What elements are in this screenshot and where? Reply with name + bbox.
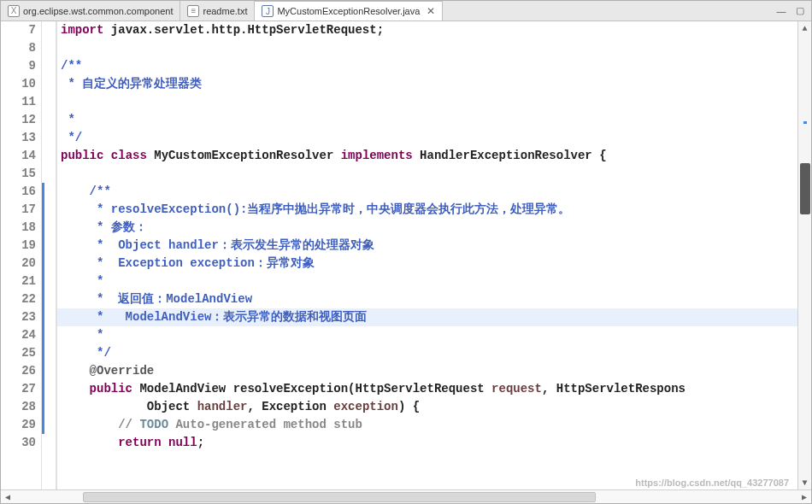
line-number: 14 xyxy=(1,147,41,165)
xml-file-icon: X xyxy=(8,5,20,17)
code-line[interactable]: * resolveException():当程序中抛出异常时，中央调度器会执行此… xyxy=(57,201,797,219)
line-number: 22 xyxy=(1,290,41,308)
javadoc-text: * xyxy=(61,274,103,288)
line-number: 11 xyxy=(1,93,41,111)
code-line[interactable]: @Override xyxy=(57,362,797,380)
editor-tab[interactable]: JMyCustomExceptionResolver.java✕ xyxy=(255,1,443,21)
change-bar xyxy=(42,290,44,308)
code-line[interactable]: * Exception exception：异常对象 xyxy=(57,255,797,273)
line-number: 18 xyxy=(1,219,41,237)
change-bar xyxy=(42,398,44,416)
overview-mark xyxy=(803,121,807,124)
maximize-button[interactable]: ▢ xyxy=(792,3,808,19)
change-bar xyxy=(42,273,44,290)
parameter-name: handler xyxy=(197,400,248,413)
code-text: , HttpServletRespons xyxy=(542,382,685,396)
parameter-name: exception xyxy=(333,400,398,413)
change-bar xyxy=(42,183,44,201)
code-text xyxy=(162,436,168,449)
line-number: 15 xyxy=(1,165,41,183)
code-text: ; xyxy=(197,436,204,449)
code-line[interactable] xyxy=(57,93,797,111)
code-line[interactable]: * 自定义的异常处理器类 xyxy=(57,75,797,93)
java-file-icon: J xyxy=(262,5,274,17)
line-number: 27 xyxy=(1,380,41,398)
code-line[interactable]: * ModelAndView：表示异常的数据和视图页面 xyxy=(57,308,797,326)
change-bar xyxy=(42,255,44,273)
code-line[interactable]: * xyxy=(57,273,797,290)
javadoc-text: * 返回值：ModelAndView xyxy=(61,292,252,306)
code-line[interactable]: // TODO Auto-generated method stub xyxy=(57,416,797,434)
code-line[interactable]: import javax.servlet.http.HttpServletReq… xyxy=(57,21,797,39)
code-line[interactable]: */ xyxy=(57,129,797,147)
horizontal-scroll-thumb[interactable] xyxy=(83,492,596,502)
javadoc-text: * resolveException():当程序中抛出异常时，中央调度器会执行此… xyxy=(61,202,570,216)
change-bar xyxy=(42,344,44,362)
vertical-scroll-thumb[interactable] xyxy=(800,163,810,214)
line-number: 9 xyxy=(1,57,41,75)
editor-tab[interactable]: ≡readme.txt xyxy=(180,1,255,21)
code-line[interactable]: */ xyxy=(57,344,797,362)
code-line[interactable]: * xyxy=(57,111,797,129)
code-line[interactable]: /** xyxy=(57,57,797,75)
vertical-scrollbar[interactable]: ▲ ▼ xyxy=(797,21,811,489)
keyword: class xyxy=(111,149,147,162)
close-tab-icon[interactable]: ✕ xyxy=(427,5,435,17)
horizontal-scrollbar[interactable]: ◀ ▶ xyxy=(1,489,811,503)
code-text: ModelAndView resolveException(HttpServle… xyxy=(132,382,491,396)
minimize-button[interactable]: — xyxy=(774,3,789,19)
code-text: ) { xyxy=(398,400,420,413)
code-line[interactable]: /** xyxy=(57,183,797,201)
line-number: 29 xyxy=(1,416,41,434)
code-line[interactable]: public ModelAndView resolveException(Htt… xyxy=(57,380,797,398)
editor-tab[interactable]: Xorg.eclipse.wst.common.component xyxy=(1,1,180,21)
code-line[interactable] xyxy=(57,39,797,57)
scroll-left-arrow-icon[interactable]: ◀ xyxy=(1,490,15,504)
editor-tabbar: Xorg.eclipse.wst.common.component≡readme… xyxy=(1,1,811,21)
scroll-down-arrow-icon[interactable]: ▼ xyxy=(798,476,812,489)
change-bar xyxy=(42,362,44,380)
scroll-up-arrow-icon[interactable]: ▲ xyxy=(798,21,812,35)
line-number: 19 xyxy=(1,237,41,255)
javadoc-text: */ xyxy=(61,131,82,144)
comment-text: Auto-generated method stub xyxy=(168,418,362,431)
keyword: import xyxy=(61,23,103,37)
javadoc-text: /** xyxy=(61,59,82,73)
code-line[interactable]: * 返回值：ModelAndView xyxy=(57,290,797,308)
annotation: @Override xyxy=(90,364,155,378)
code-line[interactable]: * 参数： xyxy=(57,219,797,237)
keyword: null xyxy=(168,436,197,449)
javadoc-text: * xyxy=(61,328,103,342)
javadoc-text: */ xyxy=(61,346,111,360)
code-line[interactable]: return null; xyxy=(57,434,797,452)
line-number-gutter: 7891011121314151617181920212223242526272… xyxy=(1,21,42,489)
change-bar xyxy=(42,219,44,237)
watermark-text: https://blog.csdn.net/qq_43277087 xyxy=(635,478,789,488)
change-bar xyxy=(42,201,44,219)
code-line[interactable]: Object handler, Exception exception) { xyxy=(57,398,797,416)
editor-area: 7891011121314151617181920212223242526272… xyxy=(1,21,811,489)
code-line[interactable]: * Object handler：表示发生异常的处理器对象 xyxy=(57,237,797,255)
line-number: 30 xyxy=(1,434,41,452)
line-number: 20 xyxy=(1,255,41,273)
line-number: 8 xyxy=(1,39,41,57)
keyword: public xyxy=(90,382,132,396)
code-text: javax.servlet.http.HttpServletRequest; xyxy=(103,23,384,37)
code-line[interactable] xyxy=(57,165,797,183)
code-text: MyCustomExceptionResolver xyxy=(147,149,341,162)
javadoc-text: * xyxy=(61,113,75,126)
change-bar xyxy=(42,416,44,434)
keyword: public xyxy=(61,149,103,162)
scroll-right-arrow-icon[interactable]: ▶ xyxy=(797,490,811,504)
line-number: 25 xyxy=(1,344,41,362)
code-text: Object xyxy=(147,400,197,413)
code-line[interactable]: public class MyCustomExceptionResolver i… xyxy=(57,147,797,165)
tab-label: readme.txt xyxy=(203,6,247,16)
code-editor[interactable]: import javax.servlet.http.HttpServletReq… xyxy=(57,21,797,489)
line-number: 21 xyxy=(1,273,41,290)
line-number: 23 xyxy=(1,308,41,326)
parameter-name: request xyxy=(491,382,542,396)
line-number: 28 xyxy=(1,398,41,416)
comment-text: // xyxy=(118,418,139,431)
code-line[interactable]: * xyxy=(57,326,797,344)
